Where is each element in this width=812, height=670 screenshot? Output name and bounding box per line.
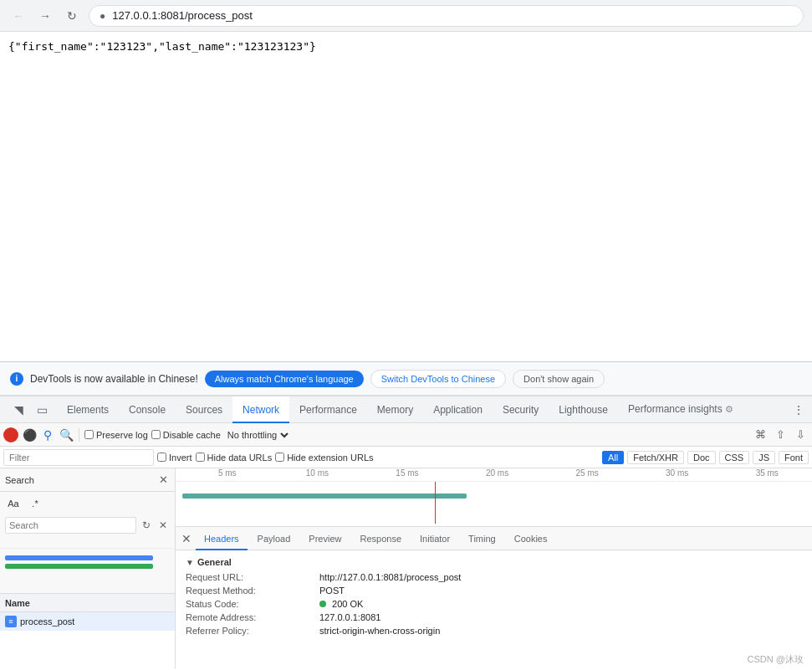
preserve-log-label[interactable]: Preserve log [84,430,148,440]
filter-type-css[interactable]: CSS [719,451,750,464]
filter-type-js[interactable]: JS [753,451,775,464]
left-panel: Search ✕ Aa .* ↻ ✕ [0,468,176,668]
tab-lighthouse[interactable]: Lighthouse [549,396,618,423]
devtools-tab-icons: ◥ ▭ [3,400,57,420]
tab-elements[interactable]: Elements [57,396,119,423]
filter-type-font[interactable]: Font [779,451,809,464]
back-button[interactable]: ← [8,6,28,26]
detail-tab-preview[interactable]: Preview [300,527,350,550]
inspect-element-icon[interactable]: ◥ [8,400,28,420]
timeline-bar-left-blue [5,555,153,560]
match-language-button[interactable]: Always match Chrome's language [205,371,364,387]
reload-button[interactable]: ↻ [62,6,82,26]
header-row-status: Status Code: 200 OK [186,599,802,609]
headers-content: ▼ General Request URL: http://127.0.0.1:… [176,550,812,668]
search-refresh-button[interactable]: ↻ [140,519,153,532]
lock-icon: ● [100,10,105,22]
filter-button[interactable]: ⚲ [40,427,55,442]
timeline-ticks-left [0,535,175,549]
clear-button[interactable]: ⚫ [22,427,37,442]
tab-performance[interactable]: Performance [289,396,367,423]
tab-network[interactable]: Network [232,396,289,423]
header-value-remote: 127.0.0.1:8081 [319,612,380,622]
timeline-left [0,535,175,594]
tick-30ms: 30 ms [632,468,723,481]
timeline-bar-left-green [5,564,153,569]
header-value-url: http://127.0.0.1:8081/process_post [319,572,461,582]
tab-sources[interactable]: Sources [176,396,232,423]
import-icon[interactable]: ⇧ [772,427,789,443]
hide-data-urls-checkbox[interactable] [196,453,205,462]
json-response: {"first_name":"123123","last_name":"1231… [8,40,316,53]
header-key-remote: Remote Address: [186,612,319,622]
search-close-button[interactable]: ✕ [156,473,170,487]
general-section-title: ▼ General [186,557,802,567]
tab-console[interactable]: Console [119,396,176,423]
preserve-log-checkbox[interactable] [84,430,94,439]
devtools-main: Search ✕ Aa .* ↻ ✕ [0,468,812,668]
disable-cache-checkbox[interactable] [151,430,161,439]
timeline-red-line [435,482,436,524]
invert-checkbox[interactable] [157,453,166,462]
filter-type-all[interactable]: All [602,451,624,464]
hide-data-urls-label[interactable]: Hide data URLs [196,453,273,463]
search-clear-button[interactable]: ✕ [156,519,170,532]
detail-tabs: ✕ Headers Payload Preview Response Initi… [176,527,812,550]
devtools-more-icon[interactable]: ⋮ [789,400,809,420]
dismiss-notification-button[interactable]: Don't show again [513,370,605,388]
browser-toolbar: ← → ↻ ● 127.0.0.1:8081/process_post [0,0,812,32]
tab-application[interactable]: Application [423,396,493,423]
timeline-ticks: 5 ms 10 ms 15 ms 20 ms 25 ms 30 ms 35 ms [176,468,812,482]
record-button[interactable] [3,427,18,442]
hide-ext-urls-checkbox[interactable] [275,453,284,462]
header-row-url: Request URL: http://127.0.0.1:8081/proce… [186,572,802,582]
detail-tab-payload[interactable]: Payload [249,527,299,550]
search-text-input[interactable] [5,517,136,534]
tick-25ms: 25 ms [542,468,632,481]
device-toolbar-icon[interactable]: ▭ [32,400,52,420]
search-regex-button[interactable]: .* [27,495,43,512]
search-panel-header: Search ✕ [0,468,175,492]
invert-checkbox-label[interactable]: Invert [157,453,192,463]
hide-ext-urls-label[interactable]: Hide extension URLs [275,453,373,463]
filter-input[interactable] [3,449,154,466]
perf-insights-icon: ⚙ [725,396,733,422]
address-bar: ● 127.0.0.1:8081/process_post [89,5,804,27]
toolbar-divider [79,428,79,442]
switch-devtools-button[interactable]: Switch DevTools to Chinese [370,370,506,388]
search-panel: Search ✕ Aa .* ↻ ✕ [0,468,175,535]
filter-bar: Invert Hide data URLs Hide extension URL… [0,447,812,468]
export-icon[interactable]: ⇩ [792,427,809,443]
detail-tab-response[interactable]: Response [351,527,410,550]
network-list: ≡ process_post [0,612,175,668]
detail-close-button[interactable]: ✕ [179,531,194,546]
search-aa-button[interactable]: Aa [5,495,22,512]
header-value-method: POST [319,586,345,596]
detail-tab-headers[interactable]: Headers [196,527,248,550]
tab-performance-insights[interactable]: Performance insights ⚙ [618,396,743,423]
timeline-bars-left [0,549,175,575]
search-network-button[interactable]: 🔍 [59,427,74,442]
detail-tab-initiator[interactable]: Initiator [411,527,458,550]
timeline-area: 5 ms 10 ms 15 ms 20 ms 25 ms 30 ms 35 ms [176,468,812,527]
detail-tab-cookies[interactable]: Cookies [506,527,556,550]
detail-tab-timing[interactable]: Timing [460,527,504,550]
throttle-select[interactable]: No throttling [224,429,291,441]
filter-type-doc[interactable]: Doc [687,451,716,464]
tick-20ms: 20 ms [452,468,543,481]
header-row-method: Request Method: POST [186,586,802,596]
network-item-process-post[interactable]: ≡ process_post [0,612,175,631]
tab-memory[interactable]: Memory [367,396,423,423]
wifi-icon[interactable]: ⌘ [752,427,769,443]
header-key-url: Request URL: [186,572,319,582]
tab-security[interactable]: Security [493,396,549,423]
header-key-referrer: Referrer Policy: [186,626,319,636]
right-panel: 5 ms 10 ms 15 ms 20 ms 25 ms 30 ms 35 ms… [176,468,812,668]
network-item-icon: ≡ [5,616,17,627]
network-item-name: process_post [20,616,74,627]
filter-type-fetchxhr[interactable]: Fetch/XHR [627,451,684,464]
header-key-status: Status Code: [186,599,319,609]
disable-cache-label[interactable]: Disable cache [151,430,221,440]
forward-button[interactable]: → [35,6,55,26]
header-value-referrer: strict-origin-when-cross-origin [319,626,440,636]
